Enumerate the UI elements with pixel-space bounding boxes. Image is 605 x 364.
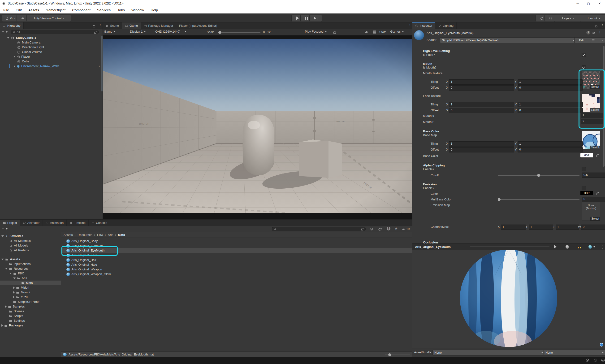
preview-play-icon[interactable] <box>554 245 556 249</box>
channelmask-w[interactable]: 0 <box>581 224 605 230</box>
menu-assets[interactable]: Assets <box>25 8 42 12</box>
preview-drag-handle[interactable] <box>470 247 550 247</box>
assetbundle-dropdown[interactable]: None <box>433 350 545 355</box>
search-by-type-icon[interactable] <box>369 227 373 231</box>
resolution-dropdown[interactable]: QHD (2560x1440) <box>155 30 186 33</box>
shader-dropdown[interactable]: SimpleURPToonLitExample(With Outline) <box>440 37 576 43</box>
cutoff-slider[interactable] <box>498 175 579 176</box>
inspector-scrollbar[interactable] <box>603 46 605 167</box>
add-gameobject-button[interactable]: + <box>2 29 4 34</box>
game-panel-kebab[interactable]: ⋮ <box>408 24 412 28</box>
scale-slider-thumb[interactable] <box>218 31 221 34</box>
tree-all-materials[interactable]: All Materials <box>0 238 61 243</box>
eyedropper-icon[interactable] <box>595 191 599 195</box>
pick-icon[interactable] <box>94 30 97 34</box>
face-texture-thumbnail[interactable]: Select <box>582 94 600 112</box>
tab-inspector[interactable]: Inspector <box>412 23 435 29</box>
mouth-offset-x[interactable]: 0 <box>449 85 514 91</box>
file-aris-original-halo[interactable]: Aris_Original_Halo <box>61 262 412 267</box>
all-clear-icon[interactable] <box>601 358 605 362</box>
base-map-thumbnail[interactable]: Select <box>582 131 600 149</box>
preview-header[interactable]: Aris_Original_EyeMouth ⋮ <box>412 244 605 250</box>
crumb-resources[interactable]: Resources <box>77 233 92 237</box>
create-asset-button[interactable]: + <box>2 226 4 231</box>
is-mouth-checkbox[interactable] <box>582 65 586 70</box>
hierarchy-scene-row[interactable]: StudyCase1-1 ⋮ <box>0 36 103 40</box>
search-by-label-icon[interactable] <box>378 227 382 231</box>
tree-settings[interactable]: Settings <box>0 318 61 323</box>
tab-hierarchy[interactable]: Hierarchy <box>0 23 24 29</box>
expand-arrow-icon[interactable] <box>14 55 15 58</box>
channelmask-x[interactable]: 1 <box>501 224 526 230</box>
base-map-select[interactable]: Select <box>590 146 600 149</box>
close-button[interactable]: ✕ <box>594 0 605 7</box>
tree-fbx[interactable]: FBX <box>0 271 61 276</box>
menu-jobs[interactable]: Jobs <box>114 8 128 12</box>
base-offset-y[interactable]: 0 <box>517 147 583 153</box>
mouth-texture-thumbnail[interactable]: Select <box>582 70 600 89</box>
tab-game[interactable]: Game <box>122 23 141 29</box>
lock-icon[interactable] <box>92 24 96 28</box>
face-texture-select[interactable]: Select <box>590 108 600 112</box>
tree-momoi[interactable]: Momoi <box>0 290 61 295</box>
base-tiling-x[interactable]: 1 <box>449 141 514 146</box>
hierarchy-item-main-camera[interactable]: Main Camera <box>0 40 103 45</box>
menu-help[interactable]: Help <box>147 8 161 12</box>
tree-mats-selected[interactable]: Mats <box>0 281 61 285</box>
tab-animator[interactable]: Animator <box>20 220 42 226</box>
menu-services[interactable]: Services <box>94 8 114 12</box>
tab-player-input-actions[interactable]: Player (Input Actions Editor) <box>176 23 220 29</box>
minimize-button[interactable]: ─ <box>572 0 583 7</box>
emission-enable-checkbox[interactable] <box>582 186 586 190</box>
mute-audio-icon[interactable] <box>365 30 368 34</box>
hidden-count-eye-icon[interactable] <box>402 227 406 231</box>
menu-component[interactable]: Component <box>69 8 94 12</box>
cutoff-slider-thumb[interactable] <box>537 174 540 177</box>
tree-midori[interactable]: Midori <box>0 285 61 290</box>
hierarchy-item-global-volume[interactable]: Global Volume <box>0 50 103 54</box>
icon-size-thumb[interactable] <box>388 353 391 356</box>
lock-icon[interactable] <box>595 24 598 28</box>
mul-base-color-slider[interactable] <box>498 199 579 200</box>
menu-file[interactable]: File <box>0 8 12 12</box>
preview-kebab[interactable]: ⋮ <box>601 245 604 249</box>
emission-map-select[interactable]: Select <box>590 217 600 221</box>
inspector-kebab[interactable]: ⋮ <box>601 24 604 28</box>
emission-color-swatch[interactable]: HDR <box>580 191 593 195</box>
hierarchy-item-directional-light[interactable]: Directional Light <box>0 45 103 50</box>
channelmask-z[interactable]: 1 <box>556 224 579 230</box>
face-tiling-y[interactable]: 1 <box>517 102 583 107</box>
file-aris-original-hair[interactable]: Aris_Original_Hair <box>61 258 412 262</box>
crumb-assets[interactable]: Assets <box>64 233 73 237</box>
tree-resources[interactable]: Resources <box>0 266 61 271</box>
game-viewport[interactable]: 1METER 1METER 1METER <box>103 39 412 213</box>
hierarchy-menu-kebab[interactable]: ⋮ <box>99 24 102 28</box>
face-tiling-x[interactable]: 1 <box>449 102 514 107</box>
layout-dropdown[interactable]: Layout <box>580 15 605 22</box>
channelmask-y[interactable]: 1 <box>529 224 553 230</box>
preview-lighting-icon[interactable] <box>578 245 581 249</box>
mul-base-color-field[interactable]: 0 <box>582 197 605 202</box>
mouth-r-field[interactable]: 2 <box>581 119 605 124</box>
menu-window[interactable]: Window <box>128 8 147 12</box>
file-aris-original-weapon-glow[interactable]: Aris_Original_Weapon_Glow <box>61 272 412 276</box>
icon-size-slider[interactable] <box>385 354 410 355</box>
eyedropper-icon[interactable] <box>595 153 599 157</box>
hierarchy-item-cube[interactable]: Cube <box>0 59 103 64</box>
hierarchy-item-player[interactable]: Player <box>0 54 103 59</box>
mouth-texture-select[interactable]: Select <box>590 85 600 89</box>
tab-lighting[interactable]: Lighting <box>435 23 457 29</box>
mouth-tiling-y[interactable]: 1 <box>517 79 583 85</box>
preview-shape-icon[interactable] <box>566 245 569 249</box>
tree-yuzu[interactable]: Yuzu <box>0 295 61 299</box>
play-focused-dropdown[interactable]: Play Focused <box>305 30 327 33</box>
tree-all-models[interactable]: All Models <box>0 243 61 248</box>
base-offset-x[interactable]: 0 <box>449 147 514 153</box>
scale-slider[interactable] <box>218 32 260 33</box>
assetbundle-variant-dropdown[interactable]: None <box>543 350 605 355</box>
step-button[interactable] <box>309 15 322 22</box>
tab-project[interactable]: Project <box>0 220 20 226</box>
tree-scenes[interactable]: Scenes <box>0 309 61 314</box>
mouth-c-field[interactable]: 1 <box>581 113 605 118</box>
crumb-mats[interactable]: Mats <box>118 233 125 237</box>
